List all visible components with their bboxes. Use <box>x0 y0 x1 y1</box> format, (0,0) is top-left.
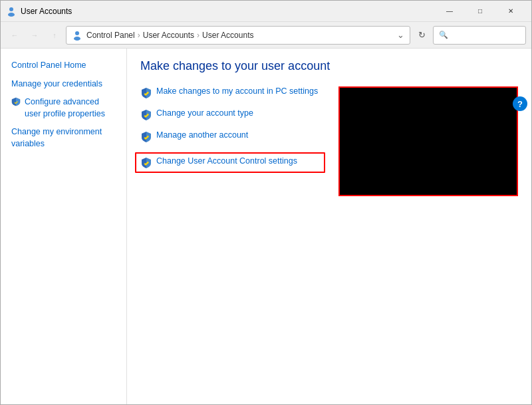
preview-image <box>338 86 518 196</box>
title-bar: User Accounts — □ ✕ <box>1 1 531 22</box>
shield-icon-change-uac <box>140 157 152 169</box>
address-bar: ← → ↑ Control Panel › User Accounts › Us… <box>1 22 531 49</box>
maximize-button[interactable]: □ <box>465 1 495 22</box>
minimize-button[interactable]: — <box>434 1 465 22</box>
search-icon: 🔍 <box>439 31 448 39</box>
link-label-manage-another: Manage another account <box>156 130 248 140</box>
window-controls: — □ ✕ <box>434 1 526 22</box>
path-user-accounts-2: User Accounts <box>202 31 253 40</box>
search-box[interactable]: 🔍 <box>433 26 526 45</box>
link-label-change-uac: Change User Account Control settings <box>156 156 297 166</box>
refresh-button[interactable]: ↻ <box>413 27 430 44</box>
content-links-area: Make changes to my account in PC setting… <box>140 86 518 196</box>
address-input[interactable]: Control Panel › User Accounts › User Acc… <box>66 26 410 45</box>
sidebar-label-configure-advanced: Configure advanced user profile properti… <box>25 96 116 120</box>
sidebar-item-configure-advanced[interactable]: Configure advanced user profile properti… <box>1 93 126 123</box>
sidebar-label-change-env: Change my environment variables <box>11 126 116 150</box>
content: Make changes to your user account <box>127 49 531 404</box>
sidebar-item-change-env[interactable]: Change my environment variables <box>1 123 126 153</box>
sidebar: Control Panel Home Manage your credentia… <box>1 49 127 404</box>
window-icon <box>6 6 17 17</box>
close-button[interactable]: ✕ <box>495 1 526 22</box>
forward-button[interactable]: → <box>26 27 43 44</box>
path-control-panel: Control Panel <box>86 31 135 40</box>
window-title: User Accounts <box>21 7 434 16</box>
page-title: Make changes to your user account <box>140 59 518 73</box>
link-label-change-account-type: Change your account type <box>156 108 253 118</box>
help-button[interactable]: ? <box>513 96 527 111</box>
shield-icon-change-account <box>140 109 152 121</box>
shield-icon-manage-another <box>140 131 152 143</box>
path-user-accounts-1: User Accounts <box>143 31 194 40</box>
sidebar-label-manage-credentials: Manage your credentials <box>11 78 102 90</box>
address-bar-icon <box>72 30 82 41</box>
address-path: Control Panel › User Accounts › User Acc… <box>86 31 389 40</box>
shield-icon-sidebar <box>11 97 21 110</box>
main-area: Control Panel Home Manage your credentia… <box>1 49 531 404</box>
address-chevron-icon[interactable]: ⌄ <box>397 30 404 40</box>
link-change-account-type[interactable]: Change your account type <box>140 108 325 121</box>
link-label-make-changes-pc: Make changes to my account in PC setting… <box>156 86 318 96</box>
link-make-changes-pc[interactable]: Make changes to my account in PC setting… <box>140 86 325 99</box>
content-area-wrapper: Make changes to your user account <box>127 49 531 404</box>
sidebar-item-manage-credentials[interactable]: Manage your credentials <box>1 75 126 94</box>
link-change-uac[interactable]: Change User Account Control settings <box>135 152 325 173</box>
up-button[interactable]: ↑ <box>46 27 63 44</box>
back-button[interactable]: ← <box>6 27 23 44</box>
svg-point-1 <box>8 13 15 17</box>
sidebar-item-control-panel-home[interactable]: Control Panel Home <box>1 57 126 75</box>
main-window: User Accounts — □ ✕ ← → ↑ Control Panel … <box>0 0 532 405</box>
svg-point-3 <box>74 37 80 41</box>
svg-point-2 <box>75 31 79 35</box>
link-manage-another[interactable]: Manage another account <box>140 130 325 143</box>
svg-point-0 <box>9 7 13 11</box>
shield-icon-make-changes <box>140 87 152 99</box>
content-links: Make changes to my account in PC setting… <box>140 86 325 196</box>
sidebar-label-control-panel-home: Control Panel Home <box>11 60 86 72</box>
